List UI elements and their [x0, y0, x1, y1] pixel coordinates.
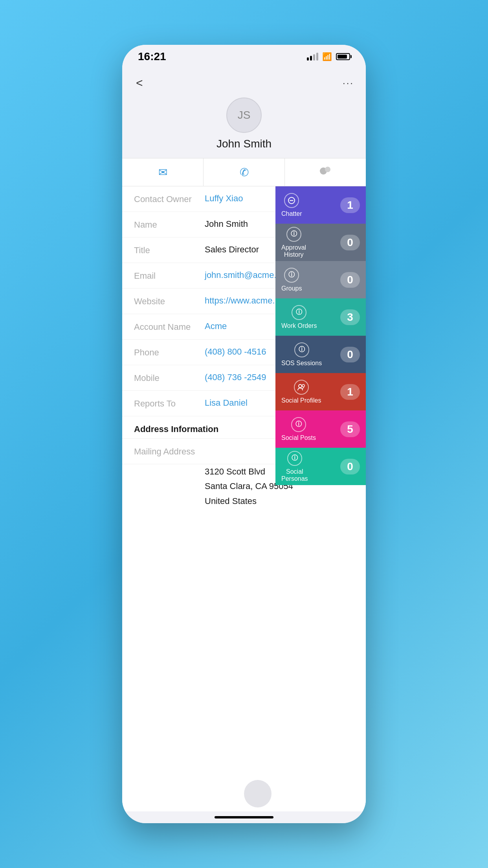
chatter-icon: [284, 193, 299, 208]
panel-work-orders[interactable]: ⓘ Work Orders 3: [275, 298, 366, 336]
content-area: Contact Owner Luffy Xiao Name John Smith…: [122, 186, 366, 811]
groups-count: 0: [340, 272, 360, 288]
social-personas-count: 0: [340, 459, 360, 474]
chatter-count: 1: [340, 197, 360, 213]
sos-label: SOS Sessions: [281, 360, 322, 367]
tab-bar: ✉ ✆: [122, 158, 366, 186]
wifi-icon: 📶: [322, 52, 332, 61]
phone-icon: ✆: [240, 166, 249, 179]
groups-label: Groups: [281, 285, 302, 292]
label-reports-to: Reports To: [134, 398, 205, 409]
panel-social-profiles[interactable]: Social Profiles 1: [275, 373, 366, 410]
back-button[interactable]: <: [134, 74, 145, 92]
panel-approval[interactable]: ⓘ ApprovalHistory 0: [275, 224, 366, 261]
home-bar: [215, 816, 273, 818]
panel-groups[interactable]: ⓘ Groups 0: [275, 261, 366, 298]
sos-count: 0: [340, 347, 360, 362]
label-website: Website: [134, 296, 205, 307]
battery-icon: [336, 53, 350, 60]
header-top: < ···: [134, 74, 354, 92]
groups-icon: ⓘ: [284, 268, 299, 283]
work-orders-count: 3: [340, 309, 360, 325]
chat-icon: [319, 166, 332, 179]
status-time: 16:21: [138, 50, 166, 63]
panel-sos[interactable]: ⓘ SOS Sessions 0: [275, 336, 366, 373]
label-phone: Phone: [134, 347, 205, 358]
approval-count: 0: [340, 235, 360, 250]
label-name: Name: [134, 219, 205, 230]
approval-label: ApprovalHistory: [281, 244, 306, 258]
svg-point-4: [291, 200, 292, 201]
work-orders-label: Work Orders: [281, 322, 317, 329]
svg-point-5: [292, 200, 294, 201]
tab-email[interactable]: ✉: [122, 158, 204, 186]
contact-name: John Smith: [216, 138, 272, 150]
label-contact-owner: Contact Owner: [134, 193, 205, 204]
social-profiles-icon: [294, 380, 309, 395]
social-posts-label: Social Posts: [281, 434, 316, 441]
label-account: Account Name: [134, 321, 205, 332]
phone-frame: 16:21 📶 < ··· JS John Smith ✉: [122, 45, 366, 823]
label-email: Email: [134, 270, 205, 281]
panel-chatter[interactable]: Chatter 1: [275, 186, 366, 224]
social-personas-label: SocialPersonas: [281, 468, 308, 482]
approval-icon: ⓘ: [286, 227, 301, 242]
label-mobile: Mobile: [134, 372, 205, 383]
svg-point-7: [302, 384, 305, 387]
social-personas-icon: ⓘ: [287, 451, 302, 466]
panel-social-personas[interactable]: ⓘ SocialPersonas 0: [275, 448, 366, 485]
email-icon: ✉: [158, 166, 167, 179]
social-posts-icon: ⓘ: [291, 417, 306, 432]
label-mailing-address: Mailing Address: [134, 446, 205, 457]
fab-button[interactable]: [244, 780, 272, 807]
more-button[interactable]: ···: [343, 77, 354, 88]
svg-point-6: [299, 384, 302, 388]
floating-panel: Chatter 1 ⓘ ApprovalHistory 0: [275, 186, 366, 485]
social-posts-count: 5: [340, 421, 360, 437]
home-indicator: [122, 811, 366, 823]
status-icons: 📶: [307, 52, 350, 61]
label-title: Title: [134, 245, 205, 256]
social-profiles-count: 1: [340, 384, 360, 400]
status-bar: 16:21 📶: [122, 45, 366, 68]
work-orders-icon: ⓘ: [292, 305, 306, 320]
panel-social-posts[interactable]: ⓘ Social Posts 5: [275, 410, 366, 448]
sos-icon: ⓘ: [294, 342, 309, 357]
contact-header: < ··· JS John Smith: [122, 68, 366, 158]
svg-point-1: [325, 167, 330, 172]
svg-point-3: [290, 200, 291, 201]
avatar: JS: [226, 97, 262, 133]
tab-phone[interactable]: ✆: [204, 158, 285, 186]
signal-icon: [307, 53, 318, 61]
social-profiles-label: Social Profiles: [281, 397, 321, 404]
chatter-label: Chatter: [281, 210, 302, 217]
tab-chat[interactable]: [285, 158, 366, 186]
